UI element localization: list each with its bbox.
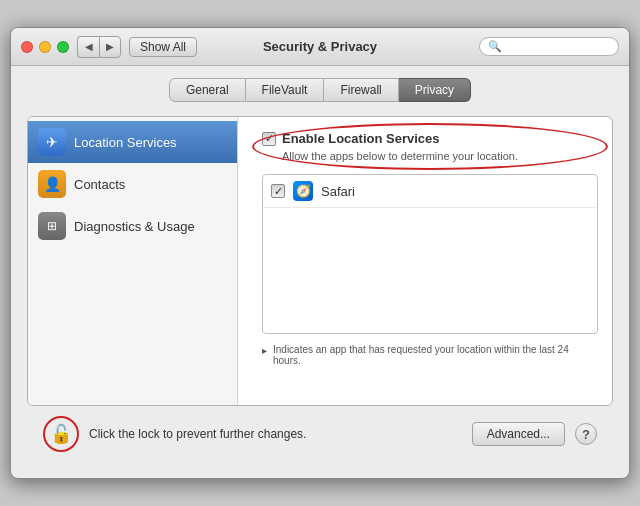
lock-button[interactable]: 🔓 [43, 416, 79, 452]
tab-general[interactable]: General [169, 78, 246, 102]
titlebar: ◀ ▶ Show All Security & Privacy 🔍 [11, 28, 629, 66]
help-button[interactable]: ? [575, 423, 597, 445]
system-preferences-window: ◀ ▶ Show All Security & Privacy 🔍 Genera… [10, 27, 630, 479]
tab-filevault[interactable]: FileVault [246, 78, 325, 102]
sidebar: ✈ Location Services 👤 Contacts ⊞ Diagnos… [28, 117, 238, 405]
table-row: ✓ 🧭 Safari [263, 175, 597, 208]
right-panel: ✓ Enable Location Services Allow the app… [248, 117, 612, 405]
forward-button[interactable]: ▶ [99, 36, 121, 58]
safari-checkbox[interactable]: ✓ [271, 184, 285, 198]
sidebar-label-location-services: Location Services [74, 135, 177, 150]
tab-bar: General FileVault Firewall Privacy [27, 78, 613, 102]
window-title: Security & Privacy [263, 39, 377, 54]
sidebar-item-diagnostics[interactable]: ⊞ Diagnostics & Usage [28, 205, 237, 247]
sidebar-item-contacts[interactable]: 👤 Contacts [28, 163, 237, 205]
content-area: General FileVault Firewall Privacy ✈ Loc… [11, 66, 629, 478]
main-area: ✈ Location Services 👤 Contacts ⊞ Diagnos… [27, 116, 613, 406]
location-request-icon: ▸ [262, 345, 267, 356]
enable-description: Allow the apps below to determine your l… [282, 150, 598, 162]
nav-buttons: ◀ ▶ [77, 36, 121, 58]
minimize-button[interactable] [39, 41, 51, 53]
back-button[interactable]: ◀ [77, 36, 99, 58]
enable-section: ✓ Enable Location Services Allow the app… [262, 131, 598, 162]
advanced-button[interactable]: Advanced... [472, 422, 565, 446]
lock-icon: 🔓 [50, 423, 72, 445]
location-services-icon: ✈ [38, 128, 66, 156]
close-button[interactable] [21, 41, 33, 53]
sidebar-item-location-services[interactable]: ✈ Location Services [28, 121, 237, 163]
footnote: ▸ Indicates an app that has requested yo… [262, 344, 598, 366]
lock-text: Click the lock to prevent further change… [89, 427, 462, 441]
enable-row: ✓ Enable Location Services [262, 131, 598, 146]
enable-label: Enable Location Services [282, 131, 440, 146]
search-box[interactable]: 🔍 [479, 37, 619, 56]
sidebar-label-diagnostics: Diagnostics & Usage [74, 219, 195, 234]
show-all-button[interactable]: Show All [129, 37, 197, 57]
safari-icon: 🧭 [293, 181, 313, 201]
safari-label: Safari [321, 184, 355, 199]
tab-privacy[interactable]: Privacy [399, 78, 471, 102]
contacts-icon: 👤 [38, 170, 66, 198]
maximize-button[interactable] [57, 41, 69, 53]
diagnostics-icon: ⊞ [38, 212, 66, 240]
footnote-text: Indicates an app that has requested your… [273, 344, 598, 366]
traffic-lights [21, 41, 69, 53]
enable-location-checkbox[interactable]: ✓ [262, 132, 276, 146]
sidebar-label-contacts: Contacts [74, 177, 125, 192]
apps-list: ✓ 🧭 Safari [262, 174, 598, 334]
bottom-bar: 🔓 Click the lock to prevent further chan… [27, 406, 613, 462]
search-icon: 🔍 [488, 40, 502, 53]
tab-firewall[interactable]: Firewall [324, 78, 398, 102]
